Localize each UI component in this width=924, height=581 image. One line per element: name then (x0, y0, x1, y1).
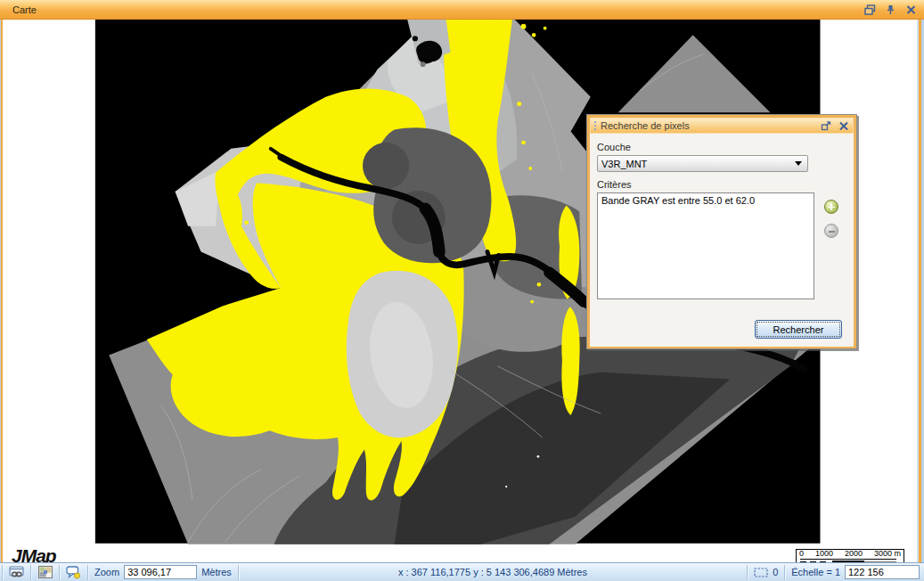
selection-rectangle-icon (754, 568, 768, 577)
close-icon[interactable] (838, 121, 849, 131)
scale-group: Échelle = 1 (787, 565, 924, 579)
window-frame-right (917, 20, 924, 562)
overview-map-button[interactable] (33, 564, 57, 581)
layer-dropdown[interactable]: V3R_MNT (597, 155, 808, 172)
float-window-icon[interactable] (864, 4, 876, 15)
link-view-icon (9, 566, 25, 578)
scale-label: Échelle = 1 (791, 567, 840, 577)
scalebar-label: 3000 m (874, 550, 901, 558)
dialog-title: Recherche de pixels (601, 120, 690, 131)
search-button-label: Rechercher (756, 322, 840, 337)
chevron-down-icon (795, 161, 802, 166)
coordinates-readout: x : 367 116,1775 y : 5 143 306,4689 Mètr… (241, 567, 745, 577)
close-icon[interactable] (905, 4, 917, 15)
add-criteria-button[interactable] (824, 200, 838, 214)
dialog-body: Couche V3R_MNT Critères Bande GRAY est e… (590, 134, 854, 347)
restore-icon[interactable] (821, 121, 831, 131)
window-frame-left (0, 20, 3, 562)
tooltip-toggle-button[interactable] (61, 564, 86, 581)
criteria-label: Critères (597, 179, 846, 190)
zoom-label: Zoom (94, 567, 119, 577)
zoom-group: Zoom Mètres (90, 565, 236, 579)
zoom-input[interactable] (124, 565, 197, 579)
window-titlebar: Carte (0, 0, 924, 20)
selection-group: 0 (749, 567, 782, 577)
remove-criteria-button[interactable] (824, 224, 838, 238)
zoom-unit-label: Mètres (201, 567, 232, 577)
scalebar-label: 2000 (845, 550, 863, 558)
pixel-search-dialog: Recherche de pixels Couche V3R_MNT Critè… (586, 114, 857, 349)
scale-input[interactable] (845, 565, 920, 579)
raster-light-kidney (347, 271, 458, 438)
layer-label: Couche (597, 142, 846, 152)
selection-count: 0 (773, 567, 778, 577)
link-view-button[interactable] (4, 564, 29, 581)
dialog-grip-icon (594, 121, 596, 130)
pin-icon[interactable] (885, 4, 896, 15)
dialog-titlebar[interactable]: Recherche de pixels (590, 118, 854, 134)
layer-dropdown-value: V3R_MNT (601, 159, 647, 169)
tooltip-bubble-icon (66, 566, 81, 579)
search-button[interactable]: Rechercher (755, 320, 842, 339)
criteria-listbox[interactable]: Bande GRAY est entre 55.0 et 62.0 (597, 192, 814, 299)
statusbar: Zoom Mètres x : 367 116,1775 y : 5 143 3… (0, 562, 924, 581)
window-title: Carte (12, 4, 37, 15)
scalebar-label: 0 (799, 550, 804, 558)
overview-map-icon (38, 566, 53, 578)
criteria-item[interactable]: Bande GRAY est entre 55.0 et 62.0 (598, 193, 814, 208)
scalebar-label: 1000 (815, 550, 833, 558)
